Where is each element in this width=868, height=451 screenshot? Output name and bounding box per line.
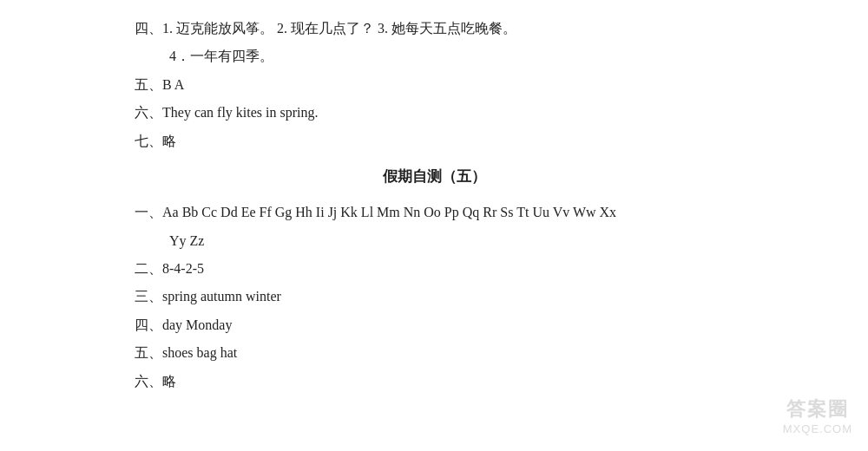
line-liu: 六、They can fly kites in spring. xyxy=(135,100,733,126)
line2-liu: 六、略 xyxy=(135,369,733,395)
main-content: 四、1. 迈克能放风筝。 2. 现在几点了？ 3. 她每天五点吃晚餐。 4．一年… xyxy=(0,0,868,412)
line2-san: 三、spring autumn winter xyxy=(135,284,733,310)
line2-wu: 五、shoes bag hat xyxy=(135,340,733,366)
line2-yi-1: 一、Aa Bb Cc Dd Ee Ff Gg Hh Ii Jj Kk Ll Mm… xyxy=(135,199,733,226)
line-si-1: 四、1. 迈克能放风筝。 2. 现在几点了？ 3. 她每天五点吃晚餐。 xyxy=(135,16,733,42)
line2-yi-2: Yy Zz xyxy=(135,228,733,254)
line2-si: 四、day Monday xyxy=(135,312,733,338)
section-title-2: 假期自测（五） xyxy=(135,163,733,191)
line2-er: 二、8-4-2-5 xyxy=(135,256,733,282)
line-si-2: 4．一年有四季。 xyxy=(135,43,733,69)
line-qi: 七、略 xyxy=(135,128,733,154)
watermark-bottom: MXQE.COM xyxy=(783,422,852,435)
line-wu: 五、B A xyxy=(135,72,733,98)
